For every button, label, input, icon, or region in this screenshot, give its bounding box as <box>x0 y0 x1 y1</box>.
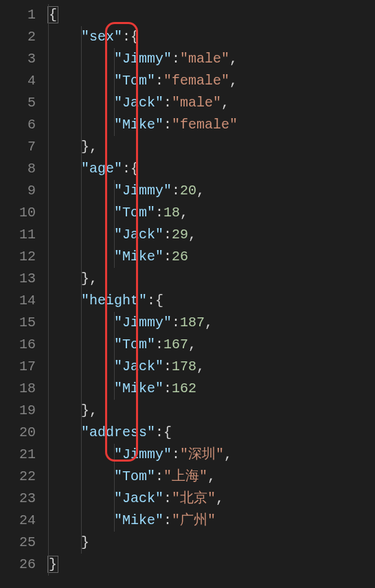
token: } <box>81 139 89 155</box>
code-line[interactable]: "Jimmy":"male", <box>48 48 375 70</box>
line-number: 19 <box>0 400 36 422</box>
token: "Jimmy" <box>114 446 172 462</box>
indent-guide <box>81 510 82 532</box>
code-line[interactable]: }, <box>48 400 375 422</box>
token: , <box>221 95 229 111</box>
token: : <box>163 512 172 528</box>
token: "Jimmy" <box>114 315 172 330</box>
token <box>48 534 81 550</box>
code-line[interactable]: "Tom":"female", <box>48 70 375 92</box>
token: : <box>172 315 180 330</box>
line-number: 25 <box>0 532 36 554</box>
line-number: 7 <box>0 136 36 158</box>
code-line[interactable]: "Jimmy":20, <box>48 180 375 202</box>
code-line[interactable]: "Tom":167, <box>48 334 375 356</box>
code-line[interactable]: "Jimmy":187, <box>48 312 375 334</box>
code-line[interactable]: { <box>48 4 375 26</box>
token: "深圳" <box>180 446 224 462</box>
token: : <box>163 249 172 264</box>
token: , <box>89 271 98 286</box>
code-line[interactable]: "age":{ <box>48 158 375 180</box>
token <box>48 29 81 45</box>
line-number: 4 <box>0 70 36 92</box>
indent-guide <box>81 92 82 114</box>
indent-guide <box>81 532 82 554</box>
indent-guide <box>48 422 49 444</box>
indent-guide <box>48 136 49 158</box>
indent-guide <box>48 488 49 510</box>
code-line[interactable]: "Tom":18, <box>48 202 375 224</box>
token: "female" <box>163 73 229 89</box>
token: "height" <box>81 293 147 308</box>
code-editor[interactable]: 1234567891011121314151617181920212223242… <box>0 0 375 588</box>
token: "sex" <box>81 29 122 45</box>
line-number-gutter: 1234567891011121314151617181920212223242… <box>0 0 48 588</box>
code-line[interactable]: "Jack":178, <box>48 356 375 378</box>
token <box>48 293 81 308</box>
indent-guide <box>48 444 49 466</box>
token: { <box>130 161 139 177</box>
line-number: 9 <box>0 180 36 202</box>
indent-guide <box>48 356 49 378</box>
code-line[interactable]: "Mike":26 <box>48 246 375 268</box>
code-line[interactable]: "address":{ <box>48 422 375 444</box>
indent-guide <box>48 510 49 532</box>
line-number: 21 <box>0 444 36 466</box>
token <box>48 271 81 286</box>
token: "male" <box>172 95 221 111</box>
code-line[interactable]: "Mike":"female" <box>48 114 375 136</box>
indent-guide <box>114 510 115 532</box>
indent-guide <box>81 334 82 356</box>
code-line[interactable]: "Jack":29, <box>48 224 375 246</box>
token: "Jimmy" <box>114 183 172 199</box>
indent-guide <box>114 70 115 92</box>
indent-guide <box>81 180 82 202</box>
token: : <box>163 95 172 111</box>
indent-guide <box>48 532 49 554</box>
token: 167 <box>163 337 188 352</box>
code-line[interactable]: "Jimmy":"深圳", <box>48 444 375 466</box>
code-line[interactable]: "height":{ <box>48 290 375 312</box>
code-line[interactable]: } <box>48 532 375 554</box>
line-number: 16 <box>0 334 36 356</box>
token: 178 <box>172 359 196 374</box>
indent-guide <box>114 224 115 246</box>
token: : <box>122 29 130 45</box>
code-line[interactable]: }, <box>48 136 375 158</box>
token: "address" <box>81 425 155 440</box>
token: 162 <box>172 381 196 396</box>
line-number: 11 <box>0 224 36 246</box>
token: 20 <box>180 183 196 199</box>
indent-guide <box>114 92 115 114</box>
line-number: 6 <box>0 114 36 136</box>
indent-guide <box>48 290 49 312</box>
token: , <box>188 227 196 242</box>
line-number: 14 <box>0 290 36 312</box>
code-line[interactable]: "Jack":"male", <box>48 92 375 114</box>
code-area[interactable]: { "sex":{ "Jimmy":"male", "Tom":"female"… <box>48 0 375 588</box>
line-number: 22 <box>0 466 36 488</box>
indent-guide <box>114 334 115 356</box>
indent-guide <box>114 444 115 466</box>
code-line[interactable]: "sex":{ <box>48 26 375 48</box>
indent-guide <box>81 26 82 48</box>
token: { <box>155 293 163 308</box>
code-line[interactable]: "Mike":162 <box>48 378 375 400</box>
token: , <box>205 315 213 330</box>
indent-guide <box>48 400 49 422</box>
token: , <box>229 51 238 67</box>
token: "Tom" <box>114 468 155 484</box>
indent-guide <box>114 202 115 224</box>
code-line[interactable]: } <box>48 554 375 576</box>
token: "Jack" <box>114 227 163 242</box>
code-line[interactable]: "Jack":"北京", <box>48 488 375 510</box>
token: } <box>81 403 89 418</box>
code-line[interactable]: "Tom":"上海", <box>48 466 375 488</box>
indent-guide <box>48 202 49 224</box>
token: , <box>207 468 216 484</box>
code-line[interactable]: "Mike":"广州" <box>48 510 375 532</box>
indent-guide <box>48 114 49 136</box>
code-line[interactable]: }, <box>48 268 375 290</box>
token: "Tom" <box>114 73 155 89</box>
line-number: 2 <box>0 26 36 48</box>
